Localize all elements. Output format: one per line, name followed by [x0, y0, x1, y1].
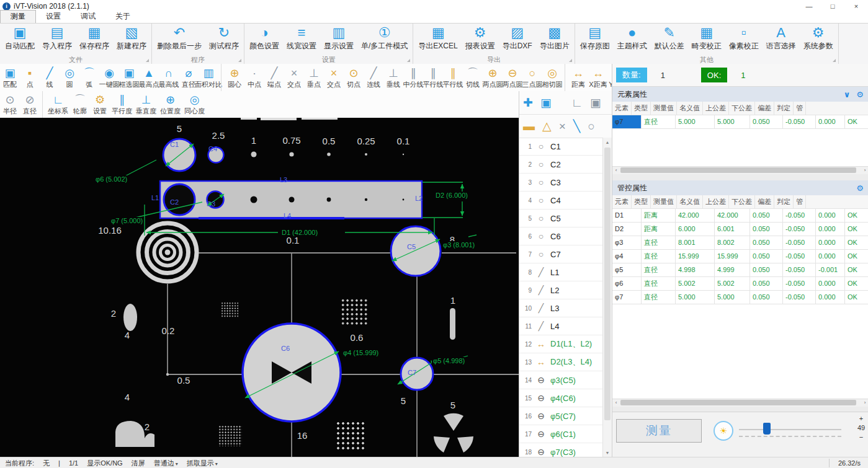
- element-list-item[interactable]: 6 ○ C6: [519, 227, 602, 245]
- collapse-icon[interactable]: ∨: [844, 90, 851, 99]
- element-list-scrollbar[interactable]: ▲ ▼: [602, 138, 612, 457]
- ribbon-button[interactable]: ▨导出DXF: [499, 24, 536, 55]
- camera-view[interactable]: 52.510.750.50.250.110.160.181240.20.60.5…: [0, 118, 519, 457]
- group-launcher-icon[interactable]: [569, 59, 572, 62]
- panel-tool-icon[interactable]: ×: [559, 120, 566, 133]
- column-header[interactable]: 上公差: [703, 195, 729, 208]
- ribbon-button[interactable]: ⚙系统参数: [800, 24, 837, 55]
- panel-tool-icon[interactable]: ○: [588, 120, 594, 133]
- tool-button[interactable]: ⚙设置: [90, 91, 110, 118]
- element-props-hscrollbar[interactable]: ‹ ›: [612, 166, 868, 174]
- menu-tab[interactable]: 测量: [0, 10, 36, 23]
- element-list-item[interactable]: 5 ○ C5: [519, 210, 602, 227]
- panel-tool-icon[interactable]: △: [542, 119, 552, 133]
- ribbon-button[interactable]: ⚙报表设置: [462, 24, 499, 55]
- tool-button[interactable]: ⊕两点圆: [483, 64, 503, 91]
- table-row[interactable]: φ5直径 4.9984.999 0.050-0.050 -0.001OK: [612, 263, 868, 277]
- column-header[interactable]: 元素: [612, 102, 632, 115]
- show-okng-toggle[interactable]: 显示OK/NG: [87, 459, 122, 468]
- brightness-slider-thumb[interactable]: [763, 423, 771, 435]
- ribbon-button[interactable]: ▤保存原图: [576, 24, 614, 55]
- column-header[interactable]: 类型: [632, 102, 651, 115]
- column-header[interactable]: 名义值: [677, 195, 703, 208]
- table-row[interactable]: D1距离 42.00042.000 0.050-0.050 0.000OK: [612, 209, 868, 223]
- tool-button[interactable]: ◎圆: [60, 64, 79, 91]
- column-header[interactable]: 下公差: [729, 102, 755, 115]
- column-header[interactable]: 下公差: [729, 195, 755, 208]
- column-header[interactable]: 偏差: [755, 102, 774, 115]
- ribbon-button[interactable]: ✎默认公差: [651, 24, 688, 55]
- gear-icon[interactable]: ⚙: [856, 90, 864, 99]
- tool-button[interactable]: ╱线: [40, 64, 60, 91]
- tool-button[interactable]: ·中点: [244, 64, 264, 91]
- scroll-left-icon[interactable]: ‹: [612, 167, 620, 174]
- edge-mode-dropdown[interactable]: 普通边▾: [154, 459, 178, 468]
- element-list-item[interactable]: 7 ○ C7: [519, 245, 602, 263]
- panel-tool-icon[interactable]: ∟: [571, 96, 583, 110]
- column-header[interactable]: 管: [794, 195, 806, 208]
- element-list-item[interactable]: 18 ⊖ φ7(C3): [519, 443, 602, 457]
- column-header[interactable]: 元素: [612, 195, 632, 208]
- tool-button[interactable]: ⊘直径: [20, 91, 40, 118]
- tool-button[interactable]: ◎同心度: [182, 91, 207, 118]
- tool-button[interactable]: ▥面积对比: [199, 64, 218, 91]
- scrollbar-thumb[interactable]: [620, 167, 856, 173]
- ribbon-button[interactable]: ↻测试程序: [205, 24, 243, 55]
- close-icon[interactable]: ×: [844, 0, 868, 12]
- tool-button[interactable]: ⌒轮廓: [70, 91, 90, 118]
- group-launcher-icon[interactable]: [833, 59, 836, 62]
- tool-button[interactable]: ⊥垂线: [383, 64, 403, 91]
- gear-icon[interactable]: ⚙: [856, 183, 864, 193]
- tool-button[interactable]: ⊙切点: [344, 64, 364, 91]
- circle-C2[interactable]: [164, 184, 195, 215]
- column-header[interactable]: 判定: [774, 195, 794, 208]
- slider-minus[interactable]: −: [856, 433, 867, 442]
- scroll-right-icon[interactable]: ›: [861, 167, 868, 174]
- panel-tool-icon[interactable]: ╲: [573, 119, 580, 133]
- table-row[interactable]: φ3直径 8.0018.002 0.050-0.050 0.000OK: [612, 236, 868, 250]
- tool-button[interactable]: ⊕位置度: [158, 91, 182, 118]
- ribbon-button[interactable]: ▣自动匹配: [1, 24, 38, 55]
- panel-tool-icon[interactable]: ▣: [590, 95, 601, 110]
- ribbon-button[interactable]: ●主题样式: [614, 24, 651, 55]
- tool-button[interactable]: ○三点圆: [522, 64, 542, 91]
- panel-tool-icon[interactable]: ✚: [523, 95, 533, 110]
- tool-button[interactable]: ⊥垂点: [304, 64, 324, 91]
- scroll-right-icon[interactable]: ›: [861, 399, 868, 407]
- ribbon-button[interactable]: ▦保存程序: [76, 24, 113, 55]
- measure-button[interactable]: 测量: [616, 419, 702, 443]
- tool-button[interactable]: ∥平行度: [110, 91, 134, 118]
- brightness-slider-track[interactable]: [739, 429, 841, 430]
- maximize-icon[interactable]: □: [821, 0, 844, 12]
- column-header[interactable]: 类型: [632, 195, 651, 208]
- element-list-item[interactable]: 16 ⊖ φ5(C7): [519, 407, 602, 425]
- table-row[interactable]: φ6直径 5.0025.002 0.050-0.050 0.000OK: [612, 277, 868, 291]
- ribbon-button[interactable]: ▫像素校正: [725, 24, 763, 55]
- menu-tab[interactable]: 调试: [71, 11, 105, 23]
- table-row[interactable]: φ4直径 15.99915.999 0.050-0.050 0.000OK: [612, 250, 868, 263]
- ribbon-button[interactable]: ①单/多工件模式: [357, 24, 411, 55]
- element-list-item[interactable]: 17 ⊖ φ6(C1): [519, 425, 602, 443]
- tool-button[interactable]: ∥中分线: [403, 64, 423, 91]
- tool-button[interactable]: ▲最高点: [139, 64, 159, 91]
- column-header[interactable]: 测量值: [651, 195, 677, 208]
- group-launcher-icon[interactable]: [146, 59, 149, 62]
- element-list-item[interactable]: 15 ⊖ φ4(C6): [519, 389, 602, 407]
- column-header[interactable]: 判定: [774, 102, 794, 115]
- table-row[interactable]: D2距离 6.0006.001 0.050-0.050 0.000OK: [612, 223, 868, 236]
- element-list-item[interactable]: 12 ↔ D1(L1、L2): [519, 335, 602, 353]
- scrollbar-thumb[interactable]: [620, 400, 856, 405]
- tool-button[interactable]: ╱端点: [264, 64, 284, 91]
- slider-plus[interactable]: +: [856, 414, 867, 423]
- element-list-item[interactable]: 14 ⊖ φ3(C5): [519, 371, 602, 389]
- minimize-icon[interactable]: —: [797, 0, 821, 12]
- ribbon-button[interactable]: ◑颜色设置: [246, 24, 283, 55]
- menu-tab[interactable]: 关于: [105, 11, 140, 23]
- ribbon-button[interactable]: ▦导出EXCEL: [414, 24, 461, 55]
- group-launcher-icon[interactable]: [238, 59, 241, 62]
- ribbon-button[interactable]: A语言选择: [763, 24, 800, 55]
- brightness-icon[interactable]: ☀: [714, 421, 733, 441]
- column-header[interactable]: 名义值: [677, 102, 703, 115]
- ribbon-button[interactable]: ↶删除最后一步: [153, 24, 205, 55]
- tool-button[interactable]: ▣框选圆: [119, 64, 139, 91]
